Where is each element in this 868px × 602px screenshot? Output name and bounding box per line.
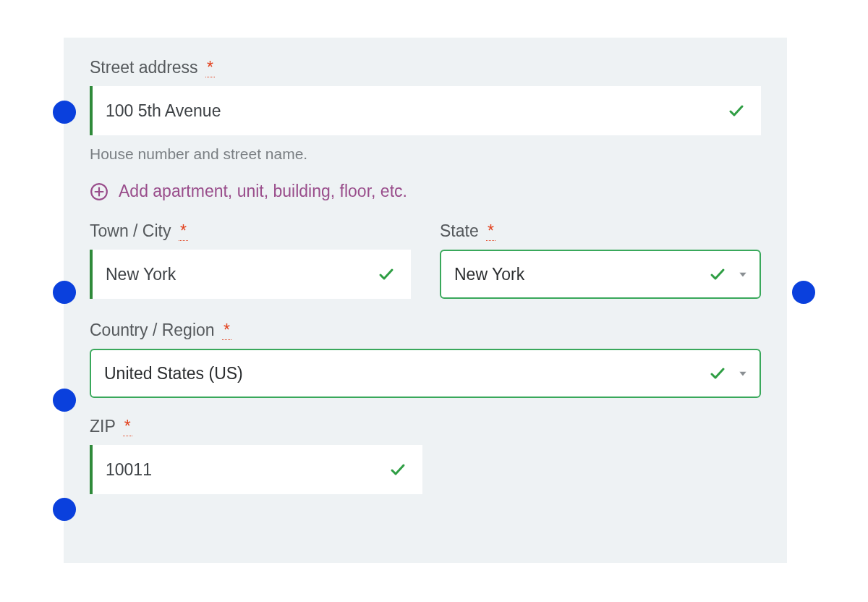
check-icon [389, 461, 407, 478]
street-address-label: Street address * [90, 58, 761, 77]
check-icon [378, 266, 395, 283]
street-address-input-wrap [90, 86, 761, 135]
city-input-wrap [90, 250, 411, 299]
chevron-down-icon [738, 269, 748, 279]
annotation-marker [53, 498, 76, 521]
zip-label-text: ZIP [90, 417, 115, 436]
svg-marker-3 [739, 273, 746, 277]
street-address-input[interactable] [90, 86, 761, 135]
address-form-panel: Street address * House number and street… [64, 38, 787, 563]
state-label: State * [440, 221, 761, 241]
annotation-marker [53, 281, 76, 304]
annotation-marker [792, 281, 815, 304]
required-asterisk: * [123, 417, 132, 436]
zip-field: ZIP * [90, 417, 422, 494]
add-address-line-button[interactable]: Add apartment, unit, building, floor, et… [90, 182, 761, 201]
check-icon [709, 365, 726, 382]
country-label-text: Country / Region [90, 321, 215, 339]
annotation-marker [53, 101, 76, 124]
add-address-line-text: Add apartment, unit, building, floor, et… [119, 182, 407, 201]
chevron-down-icon [738, 368, 748, 378]
street-address-label-text: Street address [90, 58, 198, 77]
check-icon [728, 102, 745, 119]
city-state-row: Town / City * State * New York [90, 221, 761, 299]
city-label-text: Town / City [90, 221, 171, 240]
state-field: State * New York [440, 221, 761, 299]
city-label: Town / City * [90, 221, 411, 241]
zip-label: ZIP * [90, 417, 422, 436]
required-asterisk: * [486, 221, 495, 241]
city-field: Town / City * [90, 221, 411, 299]
plus-circle-icon [90, 182, 109, 201]
country-select-wrap: United States (US) [90, 349, 761, 398]
state-label-text: State [440, 221, 479, 240]
svg-marker-4 [739, 372, 746, 376]
street-address-field: Street address * House number and street… [90, 58, 761, 163]
street-address-hint: House number and street name. [90, 145, 761, 163]
country-field: Country / Region * United States (US) [90, 321, 761, 398]
country-select[interactable]: United States (US) [90, 349, 761, 398]
required-asterisk: * [179, 221, 188, 241]
required-asterisk: * [222, 321, 231, 340]
zip-input-wrap [90, 445, 422, 494]
check-icon [709, 266, 726, 283]
required-asterisk: * [205, 58, 215, 77]
state-select-wrap: New York [440, 250, 761, 299]
city-input[interactable] [90, 250, 411, 299]
country-select-value: United States (US) [104, 364, 243, 383]
annotation-marker [53, 389, 76, 412]
country-label: Country / Region * [90, 321, 761, 340]
state-select-value: New York [454, 265, 524, 284]
zip-input[interactable] [90, 445, 422, 494]
